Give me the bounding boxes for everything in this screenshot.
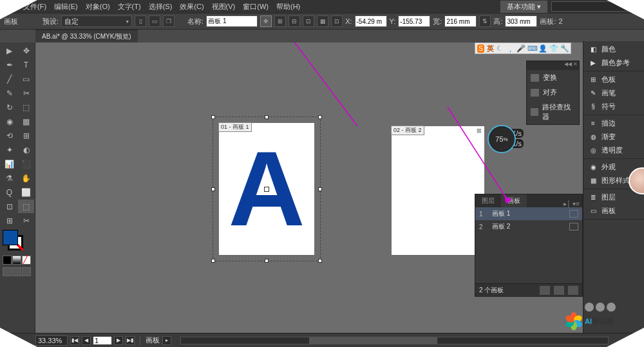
tool-8[interactable]: ↻: [1, 100, 17, 114]
orientation-portrait-button[interactable]: ▯: [135, 15, 146, 27]
popup1-路径查找器[interactable]: 路径查找器: [527, 100, 579, 124]
delete-artboard-button[interactable]: [568, 286, 578, 295]
tool-11[interactable]: ▦: [18, 115, 34, 128]
layers-tab[interactable]: 图层: [475, 194, 501, 207]
ime-keyboard-icon[interactable]: ⌨: [527, 44, 536, 53]
menu-帮助(H)[interactable]: 帮助(H): [272, 1, 304, 13]
tool-25[interactable]: ✂: [18, 214, 34, 227]
artboards-tab[interactable]: 画板: [501, 194, 527, 207]
tool-18[interactable]: ⚗: [1, 171, 17, 185]
screen-mode-swatches[interactable]: [0, 266, 35, 277]
new-artboard-button[interactable]: ❐: [163, 15, 175, 27]
ime-toolbar[interactable]: S 英 ☾ ， 🎤 ⌨ 👤 👕 🔧: [475, 42, 571, 54]
status-dropdown-icon[interactable]: ▸: [162, 336, 171, 345]
dock-透明度[interactable]: ◎透明度: [583, 144, 644, 157]
popup1-对齐[interactable]: 对齐: [527, 85, 579, 100]
tool-14[interactable]: ✦: [1, 143, 17, 156]
center-point[interactable]: [264, 187, 269, 192]
x-input[interactable]: -54.29 m: [355, 15, 387, 27]
menu-编辑(E)[interactable]: 编辑(E): [50, 1, 82, 13]
menu-选择(S)[interactable]: 选择(S): [145, 1, 176, 13]
artboard-2[interactable]: 02 - 画板 2 ⊠: [392, 126, 484, 255]
artboards-panel[interactable]: 图层 画板 ▸│ ▾≡ 1画板 12画板 2 2 个画板: [475, 194, 583, 297]
tool-24[interactable]: ⊞: [1, 214, 17, 227]
tool-16[interactable]: 📊: [1, 157, 17, 171]
fill-swatch[interactable]: [3, 230, 18, 245]
align-icon-3[interactable]: ⊡: [303, 15, 314, 27]
fill-stroke-swatch[interactable]: [0, 229, 35, 254]
menu-窗口(W)[interactable]: 窗口(W): [239, 1, 272, 13]
artboard-2-close-icon[interactable]: ⊠: [477, 127, 483, 134]
ime-mic-icon[interactable]: 🎤: [516, 44, 525, 53]
tool-6[interactable]: ✎: [1, 86, 17, 100]
align-icon-2[interactable]: ⊟: [289, 15, 300, 27]
menu-效果(C)[interactable]: 效果(C): [176, 1, 207, 13]
transform-panel-popup[interactable]: ◀◀ ✕ 变换对齐路径查找器: [526, 61, 580, 125]
tool-21[interactable]: ⬜: [18, 185, 34, 199]
artboard-nav-input[interactable]: 1: [93, 337, 111, 344]
handle-bl[interactable]: [211, 259, 215, 263]
selection-marquee[interactable]: [213, 117, 321, 261]
orientation-landscape-button[interactable]: ▭: [149, 15, 160, 27]
handle-mr[interactable]: [318, 187, 322, 191]
dock-画笔[interactable]: ✎画笔: [583, 86, 644, 100]
menu-文字(T)[interactable]: 文字(T): [114, 1, 145, 13]
tool-10[interactable]: ◉: [1, 115, 17, 128]
handle-bm[interactable]: [265, 259, 269, 263]
preset-dropdown[interactable]: 自定: [61, 15, 132, 27]
menu-对象(O)[interactable]: 对象(O): [82, 1, 114, 13]
handle-tm[interactable]: [265, 115, 269, 119]
align-icon-1[interactable]: ⊞: [274, 15, 286, 27]
reference-point-icon[interactable]: ⊡: [331, 15, 343, 27]
handle-tl[interactable]: [211, 115, 215, 119]
zoom-input[interactable]: 33.33%: [35, 335, 68, 346]
artboard-row-2[interactable]: 2画板 2: [475, 220, 582, 233]
move-copy-artboard-button[interactable]: ✥: [260, 15, 272, 27]
tool-0[interactable]: ▶: [1, 44, 17, 57]
artboard-row-1[interactable]: 1画板 1: [475, 207, 582, 220]
ime-moon-icon[interactable]: ☾: [497, 44, 504, 53]
dock-描边[interactable]: ≡描边: [583, 117, 644, 130]
ime-shirt-icon[interactable]: 👕: [549, 44, 558, 53]
tool-7[interactable]: ✂: [18, 86, 34, 100]
tool-23[interactable]: ⬚: [18, 200, 34, 213]
dock-颜色[interactable]: ◧颜色: [583, 42, 644, 56]
tool-19[interactable]: ✋: [18, 171, 34, 185]
handle-tr[interactable]: [318, 115, 322, 119]
last-artboard-button[interactable]: ▶▮: [126, 336, 135, 345]
w-input[interactable]: 216 mm: [444, 15, 477, 27]
tool-5[interactable]: ▭: [18, 72, 34, 86]
dock-颜色参考[interactable]: ▶颜色参考: [583, 56, 644, 70]
tool-17[interactable]: ⬛: [18, 157, 34, 171]
new-artboard-button-2[interactable]: [554, 286, 564, 295]
network-speed-dial[interactable]: 75%: [488, 125, 516, 153]
tool-1[interactable]: ✥: [18, 44, 34, 57]
h-input[interactable]: 303 mm: [505, 15, 537, 27]
link-wh-icon[interactable]: ⇅: [479, 15, 491, 27]
dock-画板[interactable]: ▭画板: [583, 204, 644, 218]
tool-20[interactable]: Q: [1, 185, 17, 199]
tool-2[interactable]: ✒: [1, 58, 17, 71]
dock-色板[interactable]: ⊞色板: [583, 73, 644, 86]
tool-9[interactable]: ⬚: [18, 100, 34, 114]
prev-artboard-button[interactable]: ◀: [82, 336, 91, 345]
dock-渐变[interactable]: ◍渐变: [583, 130, 644, 144]
first-artboard-button[interactable]: ▮◀: [70, 336, 79, 345]
rearrange-button[interactable]: [540, 286, 550, 295]
next-artboard-button[interactable]: ▶: [114, 336, 123, 345]
align-icon-4[interactable]: ▦: [317, 15, 328, 27]
document-tab[interactable]: AB.ai* @ 33.33% (CMYK/预览): [35, 30, 138, 42]
tool-22[interactable]: ⊡: [1, 200, 17, 213]
dock-符号[interactable]: §符号: [583, 100, 644, 113]
panel-menu-icon[interactable]: ▸│ ▾≡: [527, 200, 582, 207]
popup-collapse-icon[interactable]: ◀◀ ✕: [527, 61, 579, 70]
horizontal-scrollbar[interactable]: [180, 337, 609, 344]
tool-13[interactable]: ⊞: [18, 129, 34, 142]
tool-12[interactable]: ⟲: [1, 129, 17, 142]
draw-mode-swatches[interactable]: ╱: [0, 254, 35, 266]
tool-3[interactable]: T: [18, 58, 34, 71]
popup1-变换[interactable]: 变换: [527, 70, 579, 85]
workspace-dropdown[interactable]: 基本功能 ▾: [500, 1, 547, 13]
artboard-name-input[interactable]: 画板 1: [206, 15, 258, 27]
ime-comma-icon[interactable]: ，: [507, 44, 514, 53]
